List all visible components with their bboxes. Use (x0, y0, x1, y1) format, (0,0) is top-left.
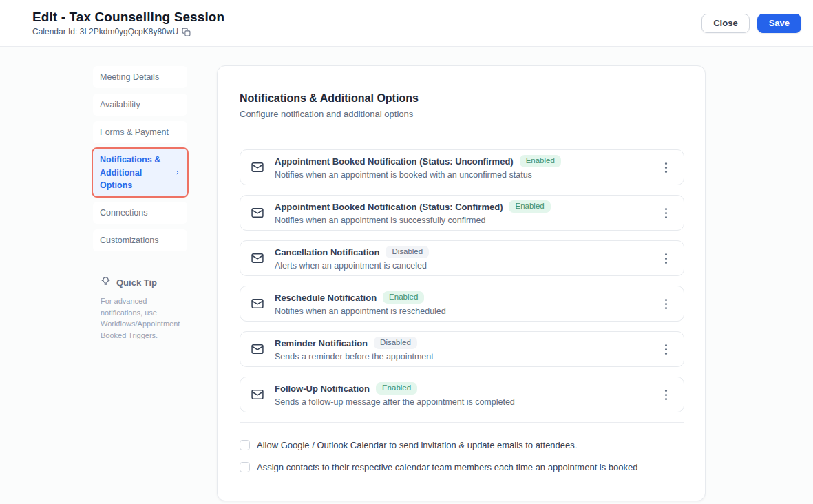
sidebar-item-label: Notifications & Additional Options (100, 154, 171, 191)
section-divider (240, 487, 684, 487)
notification-description: Sends a reminder before the appointment (275, 352, 651, 361)
sidebar-item-label: Meeting Details (100, 71, 159, 83)
option-checkbox-row[interactable]: Allow Google / Outlook Calendar to send … (240, 440, 684, 450)
notification-card: Appointment Booked Notification (Status:… (240, 195, 684, 231)
notification-description: Sends a follow-up message after the appo… (275, 397, 651, 407)
header-actions: Close Save (701, 14, 801, 33)
panel-title: Notifications & Additional Options (240, 92, 684, 105)
sidebar-item[interactable]: Notifications & Additional Options (93, 149, 187, 196)
sidebar-item[interactable]: Customizations (93, 229, 187, 251)
kebab-menu-icon[interactable] (661, 386, 671, 403)
close-button[interactable]: Close (701, 14, 749, 33)
panel-subtitle: Configure notification and additional op… (240, 109, 684, 119)
notification-title: Cancellation Notification (275, 247, 379, 258)
settings-sidebar: Meeting Details Availability Forms & Pay… (93, 66, 187, 341)
copy-icon[interactable] (182, 28, 191, 36)
notifications-panel: Notifications & Additional Options Confi… (217, 65, 706, 501)
kebab-menu-icon[interactable] (661, 340, 671, 358)
notification-title: Follow-Up Notification (275, 384, 370, 394)
notification-content: Follow-Up Notification Enabled Sends a f… (275, 382, 651, 407)
notification-title: Appointment Booked Notification (Status:… (275, 156, 514, 167)
notification-description: Alerts when an appointment is canceled (275, 261, 651, 271)
notification-card-list: Appointment Booked Notification (Status:… (240, 149, 684, 412)
kebab-menu-icon[interactable] (661, 158, 671, 176)
header-title-block: Edit - Tax Counselling Session Calendar … (32, 10, 224, 36)
kebab-menu-icon[interactable] (661, 204, 671, 222)
sidebar-item[interactable]: Connections (93, 202, 187, 224)
calendar-id-text: Calendar Id: 3L2Pkdm0ygQcpK8y80wU (32, 27, 178, 36)
checkbox-label: Assign contacts to their respective cale… (257, 462, 638, 472)
section-divider (240, 422, 684, 423)
notification-title: Reminder Notification (275, 338, 368, 348)
notification-content: Appointment Booked Notification (Status:… (275, 155, 651, 180)
status-badge: Disabled (386, 246, 429, 258)
notification-description: Notifies when an appointment is reschedu… (275, 306, 651, 316)
mail-icon (251, 388, 264, 401)
kebab-menu-icon[interactable] (661, 295, 671, 313)
mail-icon (251, 160, 264, 174)
notification-description: Notifies when an appointment is booked w… (275, 170, 651, 180)
notification-card: Follow-Up Notification Enabled Sends a f… (240, 377, 684, 412)
status-badge: Enabled (376, 382, 417, 395)
checkbox-label: Allow Google / Outlook Calendar to send … (257, 440, 577, 450)
status-badge: Disabled (374, 337, 417, 349)
chevron-right-icon (174, 167, 180, 179)
mail-icon (251, 251, 264, 265)
calendar-id: Calendar Id: 3L2Pkdm0ygQcpK8y80wU (32, 27, 224, 36)
notification-card: Appointment Booked Notification (Status:… (240, 149, 684, 185)
sidebar-item[interactable]: Forms & Payment (93, 121, 187, 143)
sidebar-item[interactable]: Meeting Details (93, 66, 187, 88)
notification-card: Reschedule Notification Enabled Notifies… (240, 286, 684, 322)
save-button[interactable]: Save (757, 14, 801, 33)
status-badge: Enabled (520, 155, 561, 167)
notification-content: Reminder Notification Disabled Sends a r… (275, 337, 651, 361)
lightbulb-icon (101, 276, 111, 288)
quick-tip-header: Quick Tip (101, 276, 187, 288)
notification-card: Reminder Notification Disabled Sends a r… (240, 331, 684, 367)
checkbox[interactable] (240, 440, 250, 450)
sidebar-item[interactable]: Availability (93, 94, 187, 116)
quick-tip-body: For advanced notifications, use Workflow… (101, 295, 184, 341)
notification-content: Appointment Booked Notification (Status:… (275, 200, 651, 225)
notification-content: Reschedule Notification Enabled Notifies… (275, 291, 651, 316)
kebab-menu-icon[interactable] (661, 249, 671, 267)
quick-tip: Quick Tip For advanced notifications, us… (93, 276, 187, 341)
mail-icon (251, 342, 264, 356)
notification-title: Appointment Booked Notification (Status:… (275, 202, 503, 212)
notification-card: Cancellation Notification Disabled Alert… (240, 240, 684, 276)
status-badge: Enabled (383, 291, 424, 304)
sidebar-item-label: Availability (100, 98, 140, 111)
sidebar-item-label: Customizations (100, 234, 158, 246)
option-checkbox-row[interactable]: Assign contacts to their respective cale… (240, 462, 684, 472)
header-bar: Edit - Tax Counselling Session Calendar … (0, 0, 813, 47)
notification-content: Cancellation Notification Disabled Alert… (275, 246, 651, 271)
mail-icon (251, 297, 264, 311)
quick-tip-title: Quick Tip (116, 277, 157, 288)
notification-title: Reschedule Notification (275, 293, 377, 303)
sidebar-item-label: Connections (100, 207, 148, 219)
page-title: Edit - Tax Counselling Session (32, 10, 224, 25)
sidebar-item-label: Forms & Payment (100, 126, 169, 138)
checkbox[interactable] (240, 462, 250, 472)
status-badge: Enabled (509, 200, 550, 213)
notification-description: Notifies when an appointment is successf… (275, 216, 651, 225)
mail-icon (251, 206, 264, 220)
